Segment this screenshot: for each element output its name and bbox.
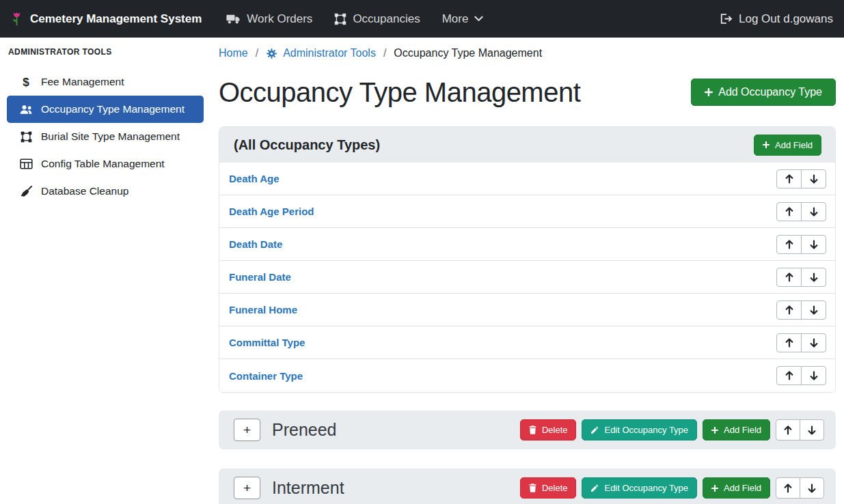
move-up-button[interactable] xyxy=(776,268,802,287)
delete-occupancy-type-button[interactable]: Delete xyxy=(520,477,577,499)
move-down-button[interactable] xyxy=(801,366,826,385)
nav-more[interactable]: More xyxy=(442,12,484,26)
delete-label: Delete xyxy=(542,483,568,493)
move-down-button[interactable] xyxy=(801,235,826,254)
move-up-button[interactable] xyxy=(776,477,800,499)
add-field-button[interactable]: Add Field xyxy=(703,477,770,499)
edit-label: Edit Occupancy Type xyxy=(604,425,688,435)
delete-occupancy-type-button[interactable]: Delete xyxy=(520,419,577,440)
sidebar-item-label: Fee Management xyxy=(41,76,124,88)
edit-label: Edit Occupancy Type xyxy=(604,483,688,493)
move-down-button[interactable] xyxy=(800,419,824,440)
move-up-button[interactable] xyxy=(776,419,800,440)
truck-icon xyxy=(226,13,241,25)
gear-icon xyxy=(266,48,277,59)
field-reorder-group xyxy=(776,300,826,320)
section-actions: Delete Edit Occupancy Type Add Field xyxy=(520,477,824,499)
move-up-button[interactable] xyxy=(776,366,802,385)
arrow-up-icon xyxy=(784,484,792,493)
field-reorder-group xyxy=(776,202,826,221)
breadcrumb-admin-tools-label: Administrator Tools xyxy=(283,47,376,59)
arrow-up-icon xyxy=(785,174,793,184)
arrow-down-icon xyxy=(810,240,818,249)
add-field-label: Add Field xyxy=(775,140,813,150)
sidebar-item-config-table-management[interactable]: Config Table Management xyxy=(0,150,210,178)
sidebar-item-label: Database Cleanup xyxy=(41,185,128,197)
field-list: Death Age Death Age Period xyxy=(219,163,835,392)
breadcrumb: Home / Administrator Tools / Occupa xyxy=(219,46,836,61)
move-up-button[interactable] xyxy=(776,169,802,188)
nav-occupancies[interactable]: Occupancies xyxy=(334,12,420,26)
occupancy-type-section: + Preneed Delete Edit xyxy=(219,410,836,449)
move-down-button[interactable] xyxy=(801,202,826,221)
field-link[interactable]: Committal Type xyxy=(229,337,305,348)
move-up-button[interactable] xyxy=(776,235,802,254)
breadcrumb-separator: / xyxy=(256,47,258,59)
edit-occupancy-type-button[interactable]: Edit Occupancy Type xyxy=(582,477,697,499)
main-content: Home / Administrator Tools / Occupa xyxy=(210,38,844,504)
breadcrumb-home-link[interactable]: Home xyxy=(219,47,248,59)
field-row: Funeral Date xyxy=(219,261,835,294)
move-down-button[interactable] xyxy=(801,169,826,188)
vector-square-icon xyxy=(334,13,346,25)
move-up-button[interactable] xyxy=(776,202,802,221)
chevron-down-icon xyxy=(474,16,483,22)
field-link[interactable]: Funeral Home xyxy=(229,304,297,316)
arrow-up-icon xyxy=(785,305,793,315)
broom-icon xyxy=(18,186,34,197)
pencil-icon xyxy=(590,484,599,492)
move-down-button[interactable] xyxy=(801,268,826,287)
nav-work-orders[interactable]: Work Orders xyxy=(226,12,312,26)
add-field-button[interactable]: Add Field xyxy=(703,419,770,440)
field-link[interactable]: Funeral Date xyxy=(229,271,291,283)
field-row: Funeral Home xyxy=(219,294,835,326)
move-up-button[interactable] xyxy=(776,333,802,352)
breadcrumb-admin-tools-link[interactable]: Administrator Tools xyxy=(266,47,376,59)
move-down-button[interactable] xyxy=(801,300,826,320)
field-reorder-group xyxy=(776,333,826,352)
nav-more-label: More xyxy=(442,12,469,26)
field-row: Container Type xyxy=(219,359,835,392)
section-actions: Delete Edit Occupancy Type Add Field xyxy=(520,419,824,440)
logout-button[interactable]: Log Out d.gowans xyxy=(720,12,833,26)
trash-icon xyxy=(529,484,536,492)
sidebar-item-label: Config Table Management xyxy=(41,158,165,170)
trash-icon xyxy=(529,425,536,434)
sidebar-item-database-cleanup[interactable]: Database Cleanup xyxy=(0,178,210,205)
breadcrumb-current: Occupancy Type Management xyxy=(394,47,542,59)
occupancy-type-section: + Interment Delete Edi xyxy=(219,468,836,504)
table-icon xyxy=(18,158,34,169)
field-link[interactable]: Death Age Period xyxy=(229,206,314,217)
plus-icon xyxy=(705,88,713,96)
all-occupancy-types-card: (All Occupancy Types) Add Field Death Ag… xyxy=(219,126,836,393)
expand-section-button[interactable]: + xyxy=(234,419,260,441)
move-down-button[interactable] xyxy=(801,333,826,352)
move-down-button[interactable] xyxy=(800,477,824,499)
all-occupancy-types-header: (All Occupancy Types) Add Field xyxy=(219,127,835,163)
field-link[interactable]: Death Date xyxy=(229,238,282,250)
add-field-label: Add Field xyxy=(724,483,761,493)
app-brand[interactable]: Cemetery Management System xyxy=(10,11,202,27)
field-link[interactable]: Death Age xyxy=(229,173,280,184)
plus-icon xyxy=(763,141,770,148)
move-up-button[interactable] xyxy=(776,300,802,320)
arrow-down-icon xyxy=(810,371,818,380)
occupancy-type-sections: + Preneed Delete Edit xyxy=(219,410,836,504)
expand-section-button[interactable]: + xyxy=(234,477,260,499)
field-reorder-group xyxy=(776,169,826,188)
page-title: Occupancy Type Management xyxy=(219,76,580,109)
arrow-down-icon xyxy=(810,305,818,315)
sidebar-item-fee-management[interactable]: $ Fee Management xyxy=(0,68,210,96)
field-row: Committal Type xyxy=(219,326,835,359)
add-field-button[interactable]: Add Field xyxy=(754,135,821,156)
add-occupancy-type-button[interactable]: Add Occupancy Type xyxy=(691,79,836,106)
sidebar-item-burial-site-type-management[interactable]: Burial Site Type Management xyxy=(0,123,210,150)
field-link[interactable]: Container Type xyxy=(229,370,303,382)
sidebar-item-occupancy-type-management[interactable]: Occupancy Type Management xyxy=(7,96,204,123)
sign-out-icon xyxy=(720,13,733,25)
edit-occupancy-type-button[interactable]: Edit Occupancy Type xyxy=(582,419,697,440)
sidebar-list: $ Fee Management Occupancy Type Manageme… xyxy=(0,68,210,205)
arrow-down-icon xyxy=(810,272,818,282)
admin-tools-sidebar: Administrator Tools $ Fee Management Occ… xyxy=(0,38,210,504)
field-reorder-group xyxy=(776,366,826,385)
